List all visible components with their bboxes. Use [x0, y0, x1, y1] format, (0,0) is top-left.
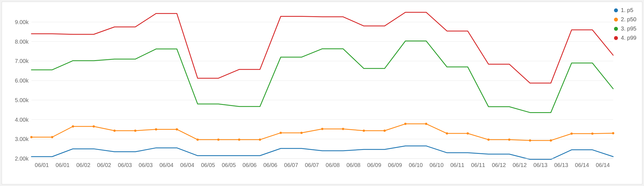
- y-tick-label: 3.00k: [15, 136, 29, 142]
- data-point: [487, 138, 490, 141]
- series-line: [31, 12, 613, 83]
- y-tick-label: 7.00k: [15, 58, 29, 64]
- y-tick-label: 9.00k: [15, 19, 29, 25]
- x-tick-label: 06/11: [450, 162, 464, 168]
- legend-item[interactable]: 4. p99: [614, 35, 636, 41]
- x-tick-label: 06/05: [201, 162, 215, 168]
- x-tick-label: 06/03: [118, 162, 132, 168]
- data-point: [384, 130, 386, 132]
- x-tick-label: 06/06: [263, 162, 277, 168]
- x-tick-label: 06/05: [222, 162, 236, 168]
- chart-panel: 2.00k3.00k4.00k5.00k6.00k7.00k8.00k9.00k…: [2, 2, 642, 184]
- x-tick-label: 06/09: [367, 162, 381, 168]
- line-chart: 2.00k3.00k4.00k5.00k6.00k7.00k8.00k9.00k…: [10, 8, 616, 170]
- data-point: [467, 132, 469, 135]
- data-point: [363, 130, 365, 132]
- data-point: [134, 130, 137, 132]
- x-tick-label: 06/11: [471, 162, 485, 168]
- data-point: [197, 138, 199, 141]
- x-tick-label: 06/02: [76, 162, 90, 168]
- data-point: [446, 132, 448, 135]
- data-point: [571, 133, 573, 135]
- x-tick-label: 06/13: [534, 162, 548, 168]
- legend-item[interactable]: 2. p50: [614, 16, 636, 23]
- data-point: [217, 138, 220, 141]
- data-point: [321, 128, 324, 130]
- series-line: [31, 41, 613, 112]
- data-point: [404, 123, 407, 125]
- x-tick-label: 06/12: [492, 162, 506, 168]
- x-tick-label: 06/10: [430, 162, 444, 168]
- x-tick-label: 06/04: [160, 162, 174, 168]
- data-point: [550, 139, 552, 142]
- series-line: [31, 124, 613, 140]
- x-tick-label: 06/07: [305, 162, 319, 168]
- y-tick-label: 6.00k: [15, 77, 29, 84]
- data-point: [591, 133, 594, 135]
- data-point: [238, 138, 240, 141]
- legend-swatch: [614, 18, 618, 22]
- legend-item[interactable]: 1. p5: [614, 7, 636, 13]
- data-point: [176, 128, 178, 130]
- y-tick-label: 2.00k: [15, 156, 29, 162]
- x-tick-label: 06/09: [388, 162, 402, 168]
- legend-swatch: [614, 27, 618, 31]
- x-tick-label: 06/12: [513, 162, 527, 168]
- x-tick-label: 06/03: [139, 162, 153, 168]
- y-tick-label: 4.00k: [15, 117, 29, 123]
- x-tick-label: 06/07: [284, 162, 298, 168]
- x-tick-label: 06/08: [326, 162, 340, 168]
- legend-label: 2. p50: [621, 16, 636, 23]
- data-point: [280, 132, 282, 134]
- legend-label: 3. p95: [621, 25, 636, 32]
- x-tick-label: 06/10: [409, 162, 423, 168]
- x-tick-label: 06/01: [56, 162, 70, 168]
- legend-item[interactable]: 3. p95: [614, 25, 636, 32]
- y-tick-label: 8.00k: [15, 39, 29, 45]
- data-point: [425, 123, 427, 125]
- series-line: [31, 146, 613, 159]
- x-tick-label: 06/06: [243, 162, 257, 168]
- x-tick-label: 06/14: [575, 162, 589, 168]
- legend-label: 1. p5: [621, 7, 633, 13]
- legend: 1. p52. p503. p954. p99: [614, 7, 636, 44]
- data-point: [508, 138, 510, 141]
- legend-label: 4. p99: [621, 35, 636, 41]
- legend-swatch: [614, 8, 618, 12]
- data-point: [51, 136, 53, 138]
- x-tick-label: 06/13: [554, 162, 568, 168]
- data-point: [113, 130, 116, 132]
- x-tick-label: 06/14: [596, 162, 610, 168]
- data-point: [155, 128, 157, 130]
- x-tick-label: 06/08: [347, 162, 361, 168]
- data-point: [93, 125, 95, 128]
- data-point: [259, 138, 261, 141]
- data-point: [612, 132, 614, 134]
- x-tick-label: 06/04: [180, 162, 194, 168]
- x-tick-label: 06/01: [35, 162, 49, 168]
- x-tick-label: 06/02: [97, 162, 111, 168]
- legend-swatch: [614, 36, 618, 40]
- data-point: [529, 139, 531, 142]
- data-point: [342, 128, 344, 130]
- data-point: [30, 136, 33, 138]
- y-tick-label: 5.00k: [15, 97, 29, 103]
- data-point: [72, 125, 74, 128]
- data-point: [300, 132, 303, 134]
